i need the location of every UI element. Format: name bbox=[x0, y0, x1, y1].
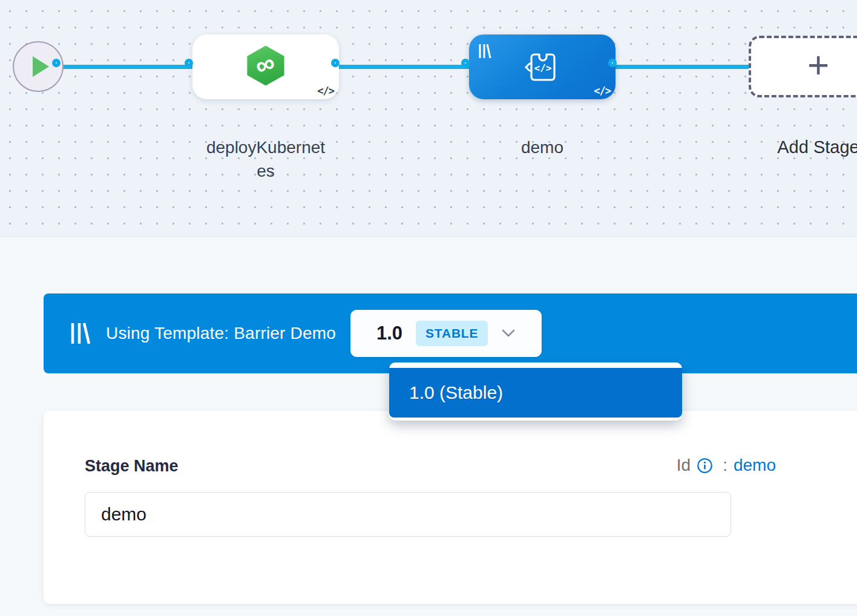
chevron-down-icon bbox=[501, 329, 516, 338]
version-option-stable[interactable]: 1.0 (Stable) bbox=[389, 368, 682, 418]
play-icon bbox=[33, 56, 49, 77]
add-stage-button[interactable]: + bbox=[749, 36, 857, 97]
template-library-icon bbox=[478, 43, 491, 59]
green-hexagon-infinity-icon: ∞ bbox=[245, 46, 286, 86]
connector-edge bbox=[54, 65, 195, 69]
stage-id-value: demo bbox=[734, 456, 776, 475]
template-banner: Using Template: Barrier Demo 1.0 STABLE bbox=[44, 293, 857, 373]
pipeline-editor: ∞ </> </> </> + bbox=[0, 0, 857, 616]
stage-node-deploykubernetes[interactable]: ∞ </> bbox=[192, 34, 339, 99]
version-dropdown-menu: 1.0 (Stable) bbox=[389, 362, 682, 421]
template-library-icon bbox=[70, 321, 91, 346]
pipeline-canvas[interactable]: ∞ </> </> </> + bbox=[0, 0, 857, 237]
stable-badge: STABLE bbox=[416, 321, 488, 346]
stage-name-input[interactable] bbox=[85, 492, 731, 537]
stage-label-deploykubernetes: deployKubernet es bbox=[181, 136, 350, 183]
connector-port[interactable] bbox=[331, 59, 340, 67]
infinity-icon: ∞ bbox=[252, 48, 279, 83]
template-version-select[interactable]: 1.0 STABLE bbox=[350, 310, 542, 357]
add-stage-label: Add Stage bbox=[750, 136, 857, 159]
stage-id-row: Id : demo bbox=[594, 456, 776, 475]
connector-edge bbox=[612, 65, 757, 69]
code-icon: </> bbox=[594, 85, 611, 97]
stage-overview-card: Stage Name Id : demo bbox=[44, 411, 857, 604]
stage-name-label: Stage Name bbox=[85, 457, 179, 476]
connector-edge bbox=[334, 65, 474, 69]
connector-port[interactable] bbox=[461, 59, 470, 67]
stage-id-separator: : bbox=[723, 456, 727, 475]
plus-icon: + bbox=[807, 46, 829, 87]
stage-node-demo[interactable]: </> </> bbox=[469, 34, 616, 99]
svg-text:</>: </> bbox=[534, 62, 552, 74]
info-icon[interactable] bbox=[697, 457, 713, 474]
template-banner-title: Using Template: Barrier Demo bbox=[106, 324, 336, 343]
code-icon: </> bbox=[317, 85, 334, 97]
template-custom-stage-icon: </> bbox=[522, 50, 562, 85]
template-version-value: 1.0 bbox=[376, 323, 402, 344]
stage-id-label: Id bbox=[677, 456, 691, 475]
connector-port[interactable] bbox=[608, 59, 617, 67]
connector-port[interactable] bbox=[185, 59, 193, 67]
stage-label-demo: demo bbox=[469, 136, 616, 159]
connector-port[interactable] bbox=[52, 59, 61, 67]
